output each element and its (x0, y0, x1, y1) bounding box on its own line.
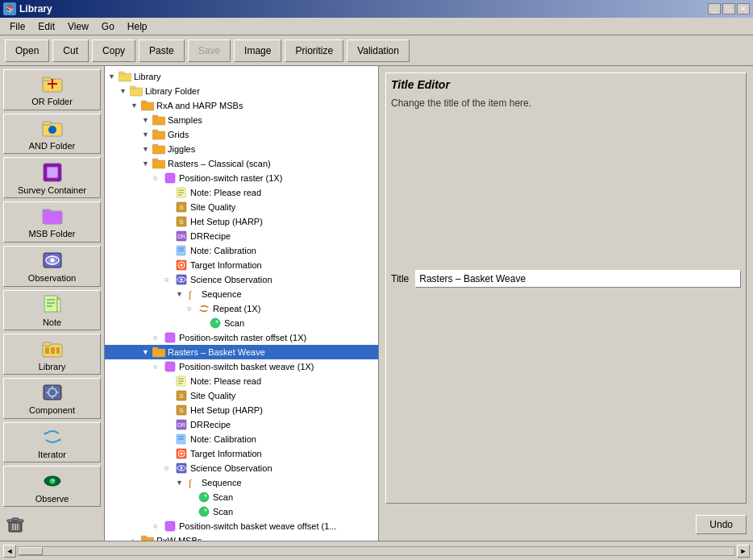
tree-item-icon (197, 302, 211, 315)
sidebar-iterator[interactable]: Iterator (3, 422, 101, 463)
tree-item[interactable]: SHet Setup (HARP) (105, 403, 378, 417)
prioritize-button[interactable]: Prioritize (285, 39, 343, 62)
tree-item-label: Position-switch basket weave (1X) (179, 360, 314, 373)
msb-folder-icon (41, 205, 64, 227)
svg-rect-51 (152, 130, 158, 132)
svg-rect-46 (141, 102, 154, 110)
sidebar-library[interactable]: Library (3, 334, 101, 375)
tree-item[interactable]: ○Science Observation (105, 272, 378, 287)
tree-item-label: Samples (168, 114, 202, 127)
tree-content: ▼Library▼Library Folder▼RxA and HARP MSB… (105, 69, 378, 541)
svg-rect-49 (152, 115, 158, 118)
sidebar-observation[interactable]: Observation (3, 246, 101, 287)
tree-item[interactable]: Scan (105, 504, 378, 519)
tree-item-label: Rasters – Basket Weave (168, 346, 265, 359)
copy-button[interactable]: Copy (92, 39, 135, 62)
window-title: Library (19, 3, 52, 15)
tree-item[interactable]: ▼Samples (105, 113, 378, 127)
svg-marker-31 (59, 438, 61, 442)
validation-button[interactable]: Validation (347, 39, 410, 62)
tree-item[interactable]: Scan (105, 316, 378, 330)
note-icon (41, 293, 64, 316)
minimize-button[interactable]: _ (708, 3, 721, 15)
tree-item[interactable]: DRDRRecipe (105, 417, 378, 432)
tree-item[interactable]: ○Science Observation (105, 461, 378, 475)
iterator-label: Iterator (38, 450, 66, 459)
sidebar-observe[interactable]: Observe (3, 466, 101, 507)
cut-button[interactable]: Cut (52, 39, 89, 62)
tree-item[interactable]: SSite Quality (105, 388, 378, 403)
scrollbar-track[interactable] (18, 546, 735, 556)
iterator-icon (41, 425, 64, 448)
sidebar-note[interactable]: Note (3, 290, 101, 331)
tree-item[interactable]: ▼RxA and HARP MSBs (105, 98, 378, 113)
tree-item-label: Science Observation (190, 462, 272, 475)
tree-item[interactable]: ▼Rasters – Basket Weave (105, 345, 378, 359)
svg-text:S: S (179, 407, 183, 414)
menu-go[interactable]: Go (95, 19, 121, 34)
svg-rect-48 (152, 117, 165, 125)
tree-item[interactable]: Note: Calibration (105, 432, 378, 446)
sidebar-component[interactable]: Component (3, 378, 101, 419)
svg-rect-111 (141, 536, 147, 538)
open-button[interactable]: Open (5, 39, 49, 62)
tree-item[interactable]: ○Position-switch basket weave (1X) (105, 359, 378, 374)
scrollbar-thumb[interactable] (19, 547, 43, 555)
tree-item[interactable]: SHet Setup (HARP) (105, 214, 378, 229)
tree-item[interactable]: Target Information (105, 446, 378, 461)
tree-item[interactable]: ▼Library Folder (105, 84, 378, 98)
scroll-left-button[interactable]: ◄ (3, 545, 16, 558)
tree-item[interactable]: Note: Please read (105, 374, 378, 388)
sidebar-msb-folder[interactable]: MSB Folder (3, 201, 101, 243)
menu-view[interactable]: View (61, 19, 95, 34)
maximize-button[interactable]: □ (722, 3, 735, 15)
tree-item-icon (118, 70, 132, 83)
sidebar-or-folder[interactable]: OR Folder (3, 69, 101, 110)
svg-text:S: S (179, 204, 183, 211)
svg-rect-83 (152, 347, 158, 350)
image-button[interactable]: Image (234, 39, 281, 62)
tree-item-icon (174, 447, 189, 460)
tree-item[interactable]: ▼Rasters – Classical (scan) (105, 156, 378, 171)
tree-item-icon: DR (174, 230, 189, 243)
tree-item[interactable]: ▼Library (105, 69, 378, 84)
tree-item[interactable]: ▼Jiggles (105, 142, 378, 156)
tree-item-icon (208, 317, 223, 330)
menu-edit[interactable]: Edit (31, 19, 61, 34)
paste-button[interactable]: Paste (139, 39, 185, 62)
tree-item[interactable]: ▼∫Sequence (105, 475, 378, 490)
tree-item[interactable]: Scan (105, 490, 378, 504)
title-input[interactable] (415, 270, 741, 288)
tree-item[interactable]: ▼Grids (105, 127, 378, 142)
tree-item[interactable]: ○Repeat (1X) (105, 301, 378, 316)
observation-icon (41, 249, 64, 272)
menu-file[interactable]: File (3, 19, 31, 34)
tree-item-label: RxA and HARP MSBs (156, 99, 243, 112)
svg-rect-53 (152, 144, 158, 147)
tree-item[interactable]: ○Position-switch raster offset (1X) (105, 330, 378, 345)
or-folder-icon (41, 73, 64, 95)
title-bar-buttons: _ □ ✕ (708, 3, 750, 15)
tree-item[interactable]: ○Position-switch raster (1X) (105, 171, 378, 185)
sidebar-and-folder[interactable]: AND Folder (3, 114, 101, 155)
tree-item[interactable]: ○Position-switch basket weave offset (1.… (105, 519, 378, 533)
tree-item[interactable]: DRDRRecipe (105, 229, 378, 243)
tree-item-icon: S (174, 389, 189, 402)
menu-bar: File Edit View Go Help (0, 18, 753, 35)
svg-text:DR: DR (177, 234, 185, 239)
tree-item-icon: ∫ (185, 288, 200, 301)
menu-help[interactable]: Help (121, 19, 154, 34)
tree-item[interactable]: ○RxW MSBs (105, 533, 378, 541)
tree-item[interactable]: SSite Quality (105, 200, 378, 214)
svg-rect-38 (12, 518, 19, 521)
scroll-right-button[interactable]: ► (737, 545, 750, 558)
tree-item[interactable]: Note: Calibration (105, 243, 378, 258)
save-button[interactable]: Save (188, 39, 231, 62)
tree-panel[interactable]: ▼Library▼Library Folder▼RxA and HARP MSB… (105, 66, 379, 541)
tree-item[interactable]: Target Information (105, 258, 378, 272)
tree-item[interactable]: Note: Please read (105, 185, 378, 200)
tree-item[interactable]: ▼∫Sequence (105, 287, 378, 301)
undo-button[interactable]: Undo (696, 515, 747, 534)
close-button[interactable]: ✕ (737, 3, 750, 15)
sidebar-survey-container[interactable]: Survey Container (3, 157, 101, 198)
